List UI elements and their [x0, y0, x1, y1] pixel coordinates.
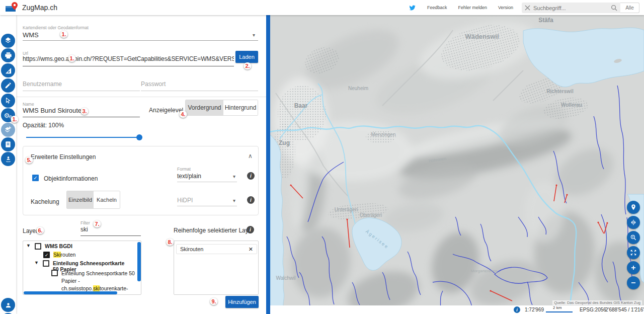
map-scale: 1:72'969	[525, 307, 544, 312]
zoom-out-button[interactable]	[627, 276, 640, 289]
skirouten-checkbox[interactable]: ✓	[43, 252, 50, 258]
filter-label: Filter	[80, 220, 90, 225]
search-input[interactable]	[533, 5, 608, 11]
tiling-toggle: Einzelbild Kacheln	[66, 191, 120, 209]
format-info-icon[interactable]: i	[247, 172, 255, 180]
zugmap-logo-icon	[5, 2, 19, 14]
service-format-value[interactable]: WMS	[23, 31, 39, 39]
collapse-icon[interactable]: ∧	[248, 152, 253, 160]
layer-order-label: Reihenfolge selektierter Layer	[174, 227, 254, 234]
annotation-badge: 8.	[166, 239, 174, 246]
chevron-down-icon[interactable]: ▾	[233, 174, 235, 179]
svg-text:Stäfa: Stäfa	[538, 17, 553, 24]
format-value[interactable]: text/plain	[177, 173, 201, 180]
advanced-settings-box: Erweiterte Einstellungen ∧ ✓ Objektinfor…	[23, 146, 259, 215]
selected-layer-item[interactable]: Skirouten ✕	[176, 244, 257, 254]
annotation-badge: 5.	[25, 156, 33, 164]
brand-name: ZugMap.ch	[22, 4, 57, 12]
annotation-badge: 4.	[179, 111, 187, 118]
username-field[interactable]	[23, 81, 138, 88]
annotation-badge: 1.	[68, 55, 75, 62]
filter-input[interactable]	[80, 226, 138, 233]
format-label: Format	[177, 167, 191, 172]
advanced-settings-title: Erweiterte Einstellungen	[31, 153, 96, 161]
tree-item-wms-bgdi[interactable]: ▼ WMS BGDI	[26, 243, 72, 250]
password-field[interactable]	[141, 81, 257, 88]
hidpi-info-icon[interactable]: i	[247, 196, 255, 204]
svg-text:Morgartenberg: Morgartenberg	[471, 269, 497, 273]
measure-tool-button[interactable]	[1, 63, 15, 77]
tree-horizontal-scrollbar[interactable]	[24, 291, 117, 294]
annotation-badge: 1.	[60, 31, 67, 38]
service-format-label: Kartendienst oder Geodatenformat	[23, 25, 89, 30]
select-tool-button[interactable]	[1, 94, 15, 108]
account-button[interactable]	[1, 298, 15, 312]
svg-text:Walchwil: Walchwil	[276, 275, 295, 281]
wms-bgdi-checkbox[interactable]	[35, 243, 41, 250]
geolocate-button[interactable]	[627, 201, 640, 214]
tiling-label: Kachelung	[31, 198, 59, 205]
annotation-badge: 3.	[80, 108, 88, 115]
background-toggle-button[interactable]: Hintergrund	[223, 100, 258, 115]
add-layer-panel: Kartendienst oder Geodatenformat WMS ▾ U…	[16, 15, 266, 314]
map-canvas: StäfaWädenswilRichterswilWollerauNeuheim…	[270, 15, 644, 305]
epsg-code: EPSG:2056	[580, 307, 606, 312]
check-icon: ✓	[45, 253, 49, 258]
tree-expand-icon[interactable]: ▼	[34, 260, 41, 265]
menu-version[interactable]: Version	[498, 5, 513, 10]
tree-item-label: WMS BGDI	[45, 243, 72, 249]
panel-resize-handle[interactable]	[266, 15, 270, 314]
street-view-tool-button[interactable]	[1, 152, 15, 166]
tree-item-label: Skirouten	[53, 252, 75, 258]
search-area: Alle	[522, 3, 639, 13]
hidpi-select[interactable]: HiDPI	[177, 197, 193, 204]
chevron-down-icon[interactable]: ▾	[233, 198, 235, 203]
draw-tool-button[interactable]	[1, 78, 15, 93]
menu-fehler-melden[interactable]: Fehler melden	[458, 5, 488, 10]
load-button[interactable]: Laden	[235, 51, 258, 63]
object-info-checkbox[interactable]: ✓	[32, 175, 39, 181]
scalebar	[546, 311, 573, 312]
opacity-slider[interactable]	[26, 137, 139, 138]
search-scope-select[interactable]: Alle	[620, 3, 639, 13]
single-image-toggle-button[interactable]: Einzelbild	[67, 191, 94, 208]
zoom-in-button[interactable]	[627, 261, 640, 274]
info-icon[interactable]: i	[514, 306, 520, 313]
tiles-toggle-button[interactable]: Kacheln	[94, 191, 120, 208]
svg-text:Menzingen: Menzingen	[371, 132, 396, 137]
svg-text:Wädenswil: Wädenswil	[465, 33, 499, 40]
svg-text:Baar: Baar	[294, 102, 308, 109]
tool-rail: ⚙⚙	[0, 15, 16, 314]
add-button[interactable]: Hinzufügen	[225, 296, 259, 308]
map-attribution: Quelle: Das Geoportal des Bundes GIS Kan…	[552, 300, 642, 305]
zoom-rectangle-button[interactable]	[627, 231, 640, 244]
menu-feedback[interactable]: Feedback	[427, 5, 447, 10]
foreground-toggle-button[interactable]: Vordergrund	[186, 100, 223, 115]
add-layer-tool-button[interactable]	[1, 123, 15, 137]
url-input[interactable]	[23, 55, 234, 62]
search-icon[interactable]	[611, 5, 617, 11]
einteilung-checkbox[interactable]	[43, 260, 49, 267]
opacity-slider-handle[interactable]	[136, 134, 142, 140]
clear-search-icon[interactable]	[525, 5, 530, 11]
opacity-label: Opazität: 100%	[23, 122, 64, 129]
brand[interactable]: ZugMap.ch	[0, 2, 57, 14]
tree-item-skirouten[interactable]: ✓ Skirouten	[43, 252, 75, 258]
tree-vertical-scrollbar[interactable]	[137, 242, 141, 281]
swipe-compare-button[interactable]	[627, 216, 640, 229]
tree-expand-icon[interactable]: ▼	[26, 243, 33, 248]
print-tool-button[interactable]	[1, 48, 15, 62]
remove-layer-icon[interactable]: ✕	[249, 246, 253, 253]
legend-tool-button[interactable]	[1, 137, 15, 151]
layers-tool-button[interactable]	[1, 34, 15, 48]
layer-label: Layer	[23, 227, 38, 234]
einteilung-child-checkbox[interactable]	[51, 270, 58, 276]
map-viewport[interactable]: StäfaWädenswilRichterswilWollerauNeuheim…	[270, 15, 644, 305]
svg-text:Neuheim: Neuheim	[348, 86, 368, 91]
scalebar-label: 2 km	[553, 305, 561, 310]
chevron-down-icon[interactable]: ▾	[253, 32, 255, 38]
layer-order-info-icon[interactable]: i	[247, 226, 254, 233]
svg-text:Zug: Zug	[279, 139, 290, 146]
full-extent-button[interactable]	[627, 246, 640, 259]
twitter-icon[interactable]	[409, 5, 416, 11]
